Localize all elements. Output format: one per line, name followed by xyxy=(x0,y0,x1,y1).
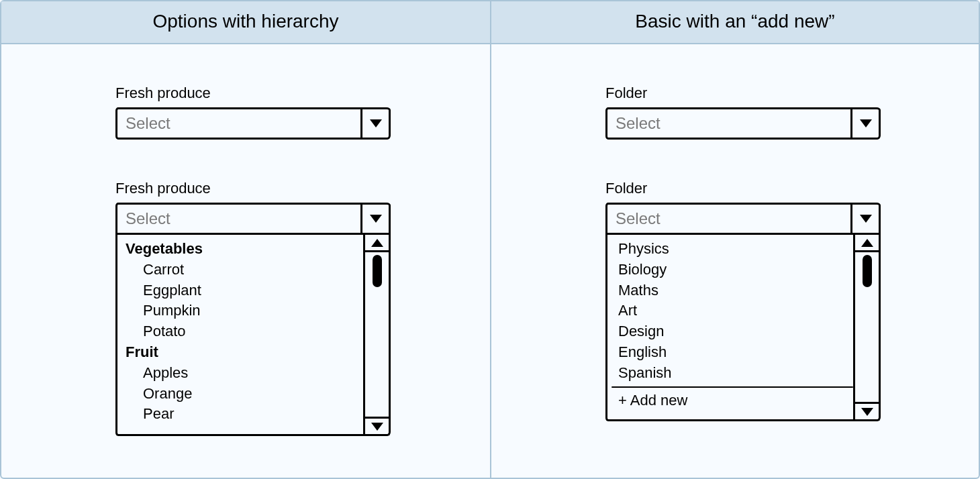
select-placeholder: Select xyxy=(117,205,360,233)
scrollbar[interactable] xyxy=(363,235,389,434)
option-group-fruit: Fruit xyxy=(124,342,363,363)
dropdown-list-folder: Physics Biology Maths Art Design English… xyxy=(605,235,881,421)
option-group-vegetables: Vegetables xyxy=(124,239,363,260)
scroll-down-icon[interactable] xyxy=(365,417,389,434)
chevron-down-icon xyxy=(360,205,389,233)
option-potato[interactable]: Potato xyxy=(124,321,363,342)
select-placeholder: Select xyxy=(117,109,360,138)
column-title-hierarchy: Options with hierarchy xyxy=(1,1,490,44)
select-folder-open[interactable]: Select xyxy=(605,203,881,235)
option-apples[interactable]: Apples xyxy=(124,363,363,384)
add-new-option[interactable]: + Add new xyxy=(614,389,853,413)
chevron-down-icon xyxy=(850,205,879,233)
label-fresh-produce: Fresh produce xyxy=(115,85,490,102)
label-folder: Folder xyxy=(605,85,979,102)
option-design[interactable]: Design xyxy=(614,321,853,342)
scrollbar[interactable] xyxy=(853,235,879,419)
select-fresh-produce[interactable]: Select xyxy=(115,107,391,140)
field-folder-open: Folder Select Physics Biology Maths Art … xyxy=(605,180,979,421)
label-folder: Folder xyxy=(605,180,979,197)
column-title-add-new: Basic with an “add new” xyxy=(491,1,979,44)
column-hierarchy: Options with hierarchy Fresh produce Sel… xyxy=(1,1,490,478)
chevron-down-icon xyxy=(360,109,389,138)
divider xyxy=(611,386,853,388)
option-physics[interactable]: Physics xyxy=(614,239,853,260)
select-placeholder: Select xyxy=(607,109,850,138)
option-maths[interactable]: Maths xyxy=(614,280,853,301)
dropdown-list-hierarchy: Vegetables Carrot Eggplant Pumpkin Potat… xyxy=(115,235,391,436)
option-pumpkin[interactable]: Pumpkin xyxy=(124,301,363,321)
scroll-down-icon[interactable] xyxy=(855,402,879,419)
chevron-down-icon xyxy=(850,109,879,138)
option-eggplant[interactable]: Eggplant xyxy=(124,280,363,301)
select-placeholder: Select xyxy=(607,205,850,233)
scroll-up-icon[interactable] xyxy=(855,235,879,252)
field-fresh-produce-closed: Fresh produce Select xyxy=(115,85,490,140)
scroll-thumb[interactable] xyxy=(863,255,872,287)
select-fresh-produce-open[interactable]: Select xyxy=(115,203,391,235)
field-folder-closed: Folder Select xyxy=(605,85,979,140)
option-art[interactable]: Art xyxy=(614,301,853,321)
column-add-new: Basic with an “add new” Folder Select Fo… xyxy=(490,1,979,478)
option-carrot[interactable]: Carrot xyxy=(124,260,363,280)
field-fresh-produce-open: Fresh produce Select Vegetables Carrot E… xyxy=(115,180,490,436)
option-biology[interactable]: Biology xyxy=(614,260,853,280)
scroll-track[interactable] xyxy=(855,252,879,402)
select-folder[interactable]: Select xyxy=(605,107,881,140)
option-english[interactable]: English xyxy=(614,342,853,363)
scroll-up-icon[interactable] xyxy=(365,235,389,252)
scroll-track[interactable] xyxy=(365,252,389,417)
option-pear[interactable]: Pear xyxy=(124,404,363,425)
option-spanish[interactable]: Spanish xyxy=(614,363,853,384)
scroll-thumb[interactable] xyxy=(373,255,382,287)
label-fresh-produce: Fresh produce xyxy=(115,180,490,197)
option-orange[interactable]: Orange xyxy=(124,384,363,405)
layout-grid: Options with hierarchy Fresh produce Sel… xyxy=(0,0,980,479)
